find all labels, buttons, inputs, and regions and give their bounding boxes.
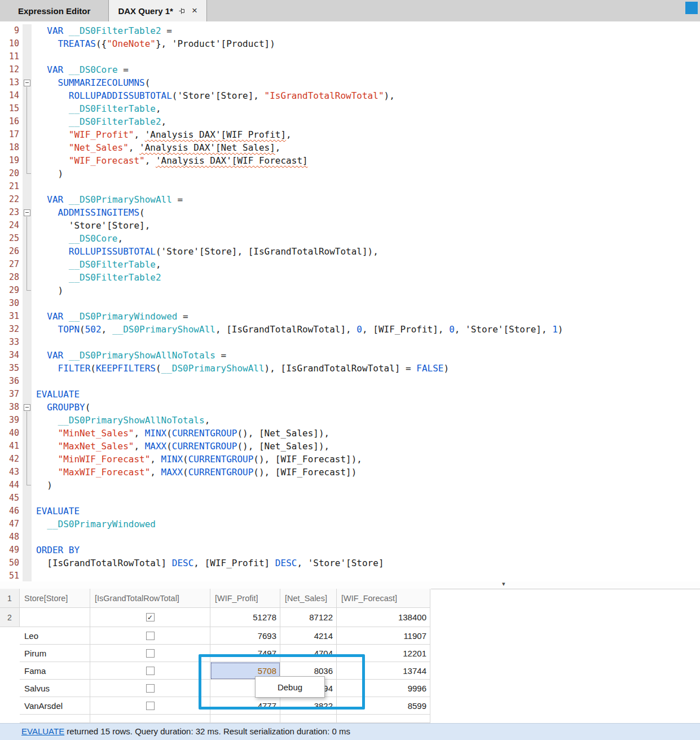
- tab-expression-editor[interactable]: Expression Editor: [0, 0, 109, 21]
- code-text[interactable]: TREATAS({"OneNote"}, 'Product'[Product]): [32, 37, 275, 50]
- code-text[interactable]: ): [32, 284, 63, 297]
- wif-profit-cell[interactable]: 51278: [210, 608, 280, 627]
- row-number[interactable]: 2: [0, 608, 20, 627]
- grand-total-cell[interactable]: [90, 627, 210, 645]
- code-text[interactable]: __DS0FilterTable,: [32, 102, 161, 115]
- code-text[interactable]: "MinWIF_Forecast", MINX(CURRENTGROUP(), …: [32, 453, 362, 466]
- code-text[interactable]: [32, 492, 36, 505]
- code-text[interactable]: FILTER(KEEPFILTERS(__DS0PrimaryShowAll),…: [32, 362, 449, 375]
- code-text[interactable]: 'Store'[Store],: [32, 219, 150, 232]
- collapse-splitter-icon[interactable]: ▾: [502, 580, 505, 588]
- code-text[interactable]: ADDMISSINGITEMS(: [32, 206, 145, 219]
- code-text[interactable]: ): [32, 479, 52, 492]
- code-text[interactable]: TOPN(502, __DS0PrimaryShowAll, [IsGrandT…: [32, 323, 563, 336]
- code-text[interactable]: "Net_Sales", 'Analysis DAX'[Net Sales],: [32, 141, 281, 154]
- checkbox-unchecked[interactable]: [146, 649, 155, 658]
- code-text[interactable]: ): [32, 167, 63, 180]
- code-text[interactable]: ROLLUPISSUBTOTAL('Store'[Store], [IsGran…: [32, 245, 378, 258]
- code-text[interactable]: [32, 297, 36, 310]
- code-token: =: [215, 350, 226, 361]
- code-text[interactable]: VAR __DS0PrimaryShowAllNoTotals =: [32, 349, 226, 362]
- fold-margin: [23, 310, 32, 323]
- column-header[interactable]: [WIF_Profit]: [210, 589, 280, 608]
- code-text[interactable]: [32, 180, 36, 193]
- wif-forecast-cell[interactable]: 9996: [337, 680, 430, 697]
- grand-total-cell[interactable]: [90, 662, 210, 680]
- grand-total-cell[interactable]: [90, 697, 210, 715]
- code-text[interactable]: ROLLUPADDISSUBTOTAL('Store'[Store], "IsG…: [32, 89, 395, 102]
- store-cell[interactable]: Pirum: [20, 645, 90, 662]
- wif-forecast-cell[interactable]: 13744: [337, 662, 430, 680]
- code-text[interactable]: [32, 531, 36, 544]
- code-text[interactable]: [32, 50, 36, 63]
- grand-total-cell[interactable]: ✓: [90, 608, 210, 627]
- checkbox-unchecked[interactable]: [146, 667, 155, 675]
- code-text[interactable]: SUMMARIZECOLUMNS(: [32, 76, 150, 89]
- code-text[interactable]: [IsGrandTotalRowTotal] DESC, [WIF_Profit…: [32, 557, 384, 570]
- code-text[interactable]: GROUPBY(: [32, 401, 90, 414]
- wif-forecast-cell[interactable]: 138400: [337, 608, 430, 627]
- code-text[interactable]: "MaxNet_Sales", MAXX(CURRENTGROUP(), [Ne…: [32, 440, 329, 453]
- store-cell[interactable]: Salvus: [20, 680, 90, 697]
- checkbox-unchecked[interactable]: [146, 632, 155, 640]
- evaluate-link[interactable]: EVALUATE: [21, 726, 64, 736]
- wif-forecast-cell[interactable]: 12201: [337, 645, 430, 662]
- code-text[interactable]: __DS0FilterTable,: [32, 258, 161, 271]
- code-text[interactable]: EVALUATE: [32, 388, 80, 401]
- wif-profit-cell[interactable]: 7497: [210, 645, 280, 662]
- store-cell[interactable]: Leo: [20, 627, 90, 645]
- code-text[interactable]: [32, 375, 36, 388]
- grand-total-cell[interactable]: [90, 645, 210, 662]
- column-header[interactable]: [WIF_Forecast]: [337, 589, 430, 608]
- code-text[interactable]: "WIF_Profit", 'Analysis DAX'[WIF Profit]…: [32, 128, 292, 141]
- code-editor[interactable]: 9 VAR __DS0FilterTable2 =10 TREATAS({"On…: [0, 21, 700, 584]
- net-sales-cell[interactable]: 4214: [280, 627, 337, 645]
- code-text[interactable]: [32, 336, 36, 349]
- net-sales-cell[interactable]: 3822: [280, 697, 337, 715]
- fold-collapse-icon[interactable]: [24, 80, 30, 86]
- pin-icon[interactable]: [178, 7, 187, 15]
- code-token: [36, 324, 58, 335]
- tab-dax-query-1[interactable]: DAX Query 1* ×: [109, 0, 206, 21]
- code-text[interactable]: "MinNet_Sales", MINX(CURRENTGROUP(), [Ne…: [32, 427, 329, 440]
- code-text[interactable]: "MaxWIF_Forecast", MAXX(CURRENTGROUP(), …: [32, 466, 356, 479]
- checkbox-unchecked[interactable]: [146, 702, 155, 710]
- code-token: 'Analysis DAX'[WIF Forecast]: [156, 155, 308, 166]
- code-text[interactable]: __DS0Core,: [32, 232, 123, 245]
- wif-profit-cell[interactable]: 4777: [210, 697, 280, 715]
- store-cell[interactable]: Fama: [20, 662, 90, 680]
- code-text[interactable]: EVALUATE: [32, 505, 80, 518]
- code-text[interactable]: "WIF_Forecast", 'Analysis DAX'[WIF Forec…: [32, 154, 308, 167]
- store-cell[interactable]: VanArsdel: [20, 697, 90, 715]
- wif-forecast-cell[interactable]: 8599: [337, 697, 430, 715]
- checkbox-checked[interactable]: ✓: [146, 613, 155, 621]
- column-header[interactable]: [Net_Sales]: [280, 589, 337, 608]
- results-splitter[interactable]: ▾: [0, 581, 700, 589]
- code-text[interactable]: VAR __DS0Core =: [32, 63, 129, 76]
- close-icon[interactable]: ×: [192, 5, 197, 16]
- debug-button[interactable]: Debug: [278, 682, 302, 692]
- checkbox-unchecked[interactable]: [146, 684, 155, 693]
- code-text[interactable]: __DS0FilterTable2,: [32, 115, 166, 128]
- net-sales-cell[interactable]: 4704: [280, 645, 337, 662]
- net-sales-cell[interactable]: 87122: [280, 608, 337, 627]
- column-header[interactable]: [IsGrandTotalRowTotal]: [90, 589, 210, 608]
- blue-marker-icon[interactable]: [685, 2, 698, 14]
- code-text[interactable]: ORDER BY: [32, 544, 80, 557]
- code-text[interactable]: VAR __DS0PrimaryWindowed =: [32, 310, 188, 323]
- wif-forecast-cell[interactable]: 11907: [337, 627, 430, 645]
- store-cell[interactable]: [20, 608, 90, 627]
- code-text[interactable]: __DS0PrimaryWindowed: [32, 518, 156, 531]
- fold-collapse-icon[interactable]: [24, 404, 30, 411]
- grand-total-cell[interactable]: [90, 680, 210, 697]
- code-text[interactable]: [32, 570, 36, 583]
- column-header[interactable]: Store[Store]: [20, 589, 90, 608]
- code-text[interactable]: __DS0FilterTable2: [32, 271, 161, 284]
- code-text[interactable]: VAR __DS0FilterTable2 =: [32, 24, 172, 37]
- debug-popup[interactable]: Debug: [255, 676, 325, 698]
- code-text[interactable]: __DS0PrimaryShowAllNoTotals,: [32, 414, 210, 427]
- fold-collapse-icon[interactable]: [24, 209, 30, 216]
- row-number[interactable]: 1: [0, 589, 20, 608]
- code-text[interactable]: VAR __DS0PrimaryShowAll =: [32, 193, 183, 206]
- wif-profit-cell[interactable]: 7693: [210, 627, 280, 645]
